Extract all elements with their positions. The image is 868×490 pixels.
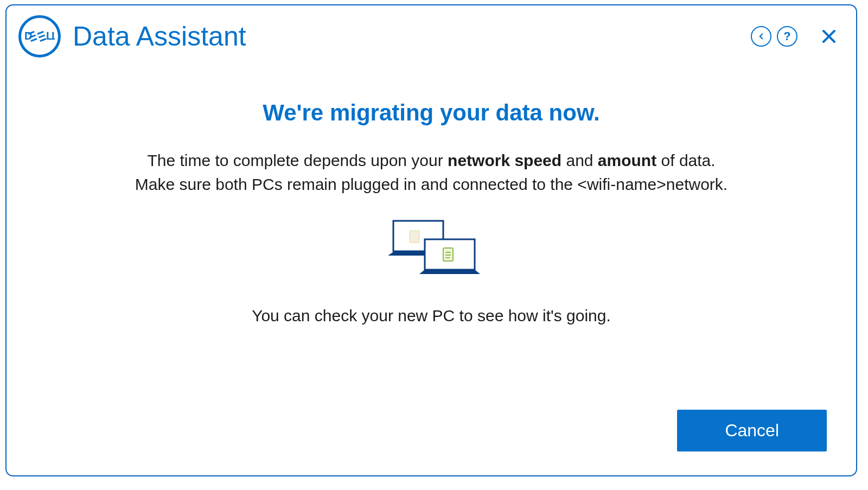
wifi-name-placeholder: <wifi-name> bbox=[577, 175, 666, 193]
footer: Cancel bbox=[677, 410, 827, 451]
app-title: Data Assistant bbox=[73, 21, 246, 52]
desc-part: Make sure both PCs remain plugged in and… bbox=[135, 175, 578, 193]
cancel-button[interactable]: Cancel bbox=[677, 410, 827, 451]
desc-part: of data. bbox=[656, 151, 715, 169]
app-window: D L L Data Assistant bbox=[5, 4, 857, 476]
title-bar: D L L Data Assistant bbox=[7, 5, 856, 58]
migration-illustration bbox=[7, 218, 856, 283]
desc-part: and bbox=[561, 151, 598, 169]
dell-logo-icon: D L L bbox=[18, 15, 61, 58]
brand-group: D L L Data Assistant bbox=[18, 15, 246, 58]
svg-text:L: L bbox=[52, 31, 55, 42]
question-mark-icon: ? bbox=[783, 29, 790, 43]
main-content: We're migrating your data now. The time … bbox=[7, 58, 856, 325]
close-icon bbox=[821, 28, 837, 44]
title-actions: ? bbox=[751, 24, 841, 48]
desc-part: network. bbox=[666, 175, 727, 193]
desc-part: The time to complete depends upon your bbox=[147, 151, 448, 169]
back-button[interactable] bbox=[751, 26, 771, 47]
close-button[interactable] bbox=[817, 24, 841, 48]
svg-line-8 bbox=[40, 39, 46, 41]
desc-bold: network speed bbox=[448, 151, 561, 169]
hint-text: You can check your new PC to see how it'… bbox=[7, 307, 856, 325]
svg-rect-12 bbox=[410, 231, 419, 243]
svg-line-7 bbox=[39, 35, 44, 37]
svg-marker-19 bbox=[419, 270, 480, 274]
headline-text: We're migrating your data now. bbox=[7, 100, 856, 126]
svg-line-6 bbox=[37, 31, 43, 34]
desc-bold: amount bbox=[598, 151, 656, 169]
help-button[interactable]: ? bbox=[777, 26, 797, 47]
description-text: The time to complete depends upon your n… bbox=[7, 149, 856, 196]
two-laptops-icon bbox=[382, 218, 480, 283]
